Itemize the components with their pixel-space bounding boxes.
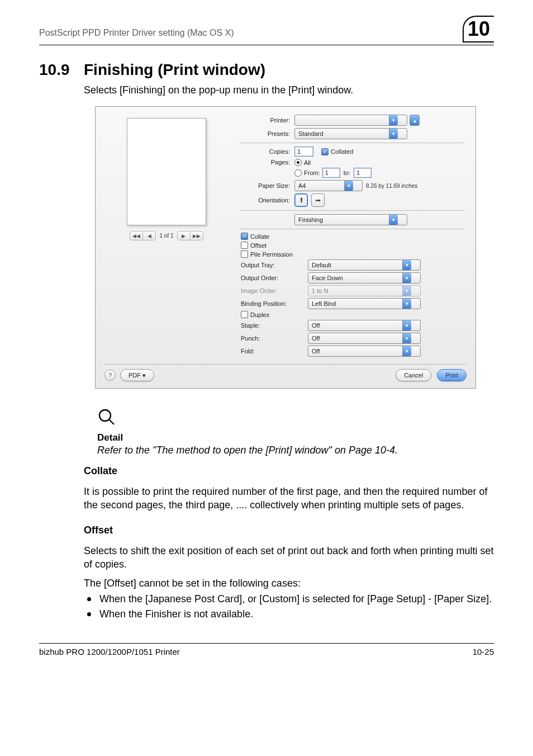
output-tray-select[interactable]: Default▾ [308,259,421,271]
collated-label: Collated [331,148,353,155]
section-title: Finishing (Print window) [84,61,265,79]
chevron-down-icon: ▾ [402,333,411,343]
offset-bullet-list: When the [Japanese Post Card], or [Custo… [84,592,494,621]
chevron-down-icon: ▾ [389,115,398,125]
chevron-down-icon: ▾ [402,299,411,309]
offset-text-1: Selects to shift the exit position of ea… [84,544,494,571]
pages-to-input[interactable]: 1 [354,168,372,178]
output-order-select[interactable]: Face Down▾ [308,272,421,284]
printer-info-button[interactable]: ▴ [410,115,420,126]
presets-select[interactable]: Standard▾ [294,128,407,139]
fold-label: Fold: [241,348,308,355]
pages-all-radio[interactable] [294,159,302,166]
presets-label: Presets: [240,130,294,137]
staple-select[interactable]: Off▾ [308,320,421,331]
list-item: When the Finisher is not available. [84,607,494,621]
detail-callout: Detail Refer to the "The method to open … [97,408,494,456]
finishing-offset-label: Offset [250,242,266,249]
chevron-down-icon: ▾ [402,260,411,270]
section-heading: 10.9 Finishing (Print window) [39,61,494,79]
pages-from-label: From: [304,169,320,176]
chevron-down-icon: ▾ [389,129,398,139]
detail-heading: Detail [97,432,494,443]
collate-text: It is possible to print the required num… [84,485,494,512]
collate-heading: Collate [84,465,494,477]
pager-label: 1 of 1 [159,233,173,239]
finishing-offset-checkbox[interactable] [241,242,248,249]
chevron-down-icon: ▾ [402,320,411,330]
copies-label: Copies: [240,148,294,155]
pager-next-group[interactable]: ▶▶▶ [177,231,203,240]
pager-prev-group[interactable]: ◀◀◀ [130,231,156,240]
finishing-collate-checkbox[interactable] [241,233,248,240]
pages-to-label: to: [344,169,350,176]
staple-label: Staple: [241,322,308,329]
print-dialog: ◀◀◀ 1 of 1 ▶▶▶ Printer: ▾ ▴ [95,106,476,389]
printer-select[interactable]: ▾ [294,115,407,126]
punch-select[interactable]: Off▾ [308,333,421,344]
duplex-checkbox[interactable] [241,311,248,318]
chapter-badge: 10 [463,16,494,42]
orientation-portrait-button[interactable]: ⬆︎ [294,193,308,207]
section-subtitle: Selects [Finishing] on the pop-up menu i… [84,84,494,96]
pages-from-radio[interactable] [294,169,302,177]
settings-panel-select[interactable]: Finishing▾ [294,214,407,225]
output-order-label: Output Order: [241,275,308,281]
collated-checkbox[interactable] [321,148,329,155]
svg-line-1 [110,420,114,424]
finishing-collate-label: Collate [250,233,269,240]
help-button[interactable]: ? [104,370,116,381]
preview-pager: ◀◀◀ 1 of 1 ▶▶▶ [130,231,203,240]
pdf-menu-button[interactable]: PDF ▾ [120,369,154,381]
chevron-down-icon: ▾ [402,346,411,356]
page-preview [127,118,206,225]
image-order-label: Image Order: [241,287,308,294]
fold-select[interactable]: Off▾ [308,346,421,357]
binding-position-label: Binding Position: [241,300,308,307]
image-order-select: 1 to N▾ [308,285,421,296]
breadcrumb: PostScript PPD Printer Driver setting (M… [39,28,463,38]
cancel-button[interactable]: Cancel [396,369,431,381]
section-number: 10.9 [39,61,84,79]
punch-label: Punch: [241,335,308,342]
footer-pagenum: 10-25 [473,647,494,656]
orientation-landscape-button[interactable]: ⬆︎ [311,193,325,207]
chevron-down-icon: ▾ [344,181,353,191]
chevron-down-icon: ▾ [389,215,398,225]
page-header: PostScript PPD Printer Driver setting (M… [39,16,494,45]
pages-label: Pages: [240,159,294,166]
svg-point-0 [99,410,111,421]
output-tray-label: Output Tray: [241,262,308,268]
pages-from-input[interactable]: 1 [322,168,340,178]
pages-all-label: All [304,159,311,166]
papersize-note: 8.26 by 11.69 inches [366,183,417,189]
finishing-pile-checkbox[interactable] [241,251,248,258]
offset-text-2: The [Offset] cannot be set in the follow… [84,577,494,590]
list-item: When the [Japanese Post Card], or [Custo… [84,592,494,606]
orientation-label: Orientation: [240,197,294,204]
printer-label: Printer: [240,117,294,124]
detail-text: Refer to the "The method to open the [Pr… [97,445,494,456]
binding-position-select[interactable]: Left Bind▾ [308,298,421,309]
magnifier-icon [97,408,116,427]
page-footer: bizhub PRO 1200/1200P/1051 Printer 10-25 [39,643,494,656]
papersize-select[interactable]: A4▾ [294,180,363,191]
footer-product: bizhub PRO 1200/1200P/1051 Printer [39,647,180,656]
offset-heading: Offset [84,525,494,536]
papersize-label: Paper Size: [240,182,294,189]
chevron-down-icon: ▾ [402,286,411,296]
finishing-panel: Collate Offset Pile Permission Output Tr… [240,233,464,357]
print-button[interactable]: Print [437,369,467,381]
chevron-down-icon: ▾ [402,273,411,283]
duplex-label: Duplex [250,311,269,318]
chapter-number: 10 [468,17,490,41]
finishing-pile-label: Pile Permission [250,251,293,258]
copies-input[interactable]: 1 [294,147,313,157]
